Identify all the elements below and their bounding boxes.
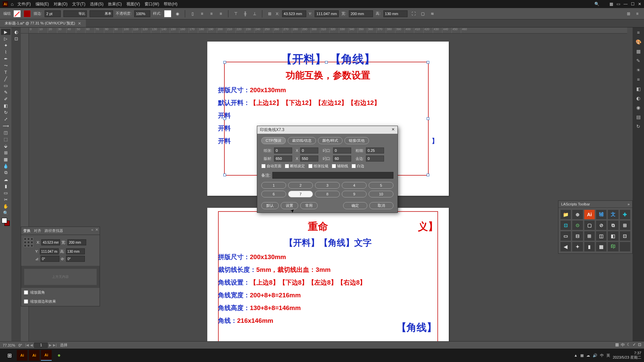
search-icon[interactable]: 🔍 <box>594 2 599 6</box>
align-icon-3[interactable]: ≡ <box>208 10 215 17</box>
default-button[interactable]: 默认 <box>261 202 279 209</box>
menu-file[interactable]: 文件(F) <box>17 1 31 7</box>
status-icon[interactable]: 中 <box>621 342 625 348</box>
brush-tool[interactable]: ✎ <box>1 89 10 95</box>
rotate-tool[interactable]: ↻ <box>1 109 10 115</box>
selection-tool[interactable]: ▶ <box>1 29 10 35</box>
line-tool[interactable]: ╱ <box>1 76 10 82</box>
first-page-button[interactable]: |◀ <box>25 343 29 347</box>
lascript-btn-12[interactable]: ▭ <box>560 231 571 241</box>
menu-view[interactable]: 视图(V) <box>126 1 140 7</box>
remark-input[interactable] <box>272 172 393 179</box>
lascript-btn-16[interactable]: ◧ <box>608 231 618 241</box>
lascript-btn-4[interactable]: 文 <box>608 210 618 219</box>
close-button[interactable]: ✕ <box>638 2 641 6</box>
tp-shear-input[interactable] <box>66 256 85 262</box>
tab-pathfinder[interactable]: 路径查找器 <box>45 228 63 233</box>
plate-w-input[interactable] <box>274 156 292 162</box>
zoom-tool[interactable]: 🔍 <box>1 210 10 216</box>
status-icon[interactable]: ⊡ <box>638 342 641 348</box>
paper-guide-checkbox[interactable] <box>308 164 313 168</box>
status-icon[interactable]: ✓ <box>633 342 636 348</box>
constrain-icon[interactable]: ⛶ <box>410 10 417 17</box>
trim-input[interactable] <box>366 156 384 162</box>
stroke-profile-dropdown[interactable]: 等比 <box>63 10 87 17</box>
status-icon[interactable]: ▦ <box>615 342 619 348</box>
home-icon[interactable]: ⌂ <box>11 1 13 7</box>
ruler-origin[interactable] <box>21 27 29 34</box>
doc-tab[interactable]: 未标题-1.ai* @ 77.31 % (CMYK/CPU 预览) ✕ <box>0 19 86 27</box>
lascript-btn-17[interactable]: ⊡ <box>620 231 630 241</box>
scale-corners-checkbox[interactable] <box>24 290 28 295</box>
prepress-dialog[interactable]: 印前角线X7.3 ✕ CTP/预设 裁切线/信息 颜色/样式 链接/其他 纸张:… <box>257 126 398 213</box>
menu-effect[interactable]: 效果(C) <box>108 1 122 7</box>
isolate-icon[interactable]: ≋ <box>429 10 436 17</box>
lascript-btn-6[interactable]: ⊡ <box>560 221 571 230</box>
gripper-input-2[interactable] <box>333 156 351 162</box>
paper-w-input[interactable] <box>274 147 292 154</box>
tp-y-input[interactable] <box>40 248 59 254</box>
aux-tool-2[interactable]: ⊡ <box>11 36 21 42</box>
align-icon-2[interactable]: ≡ <box>199 10 205 17</box>
auto-page-checkbox[interactable] <box>261 164 266 168</box>
tp-h-input[interactable] <box>66 248 85 254</box>
lascript-btn-10[interactable]: ⧉ <box>608 221 618 230</box>
maximize-button[interactable]: ☐ <box>631 2 635 6</box>
horizontal-ruler[interactable]: 0102030405060708090100110120130140150160… <box>29 27 627 34</box>
brushes-panel-icon[interactable]: ✎ <box>635 57 642 64</box>
angle-display[interactable]: 0° <box>18 343 22 347</box>
lascript-btn-13[interactable]: ⊟ <box>572 231 583 241</box>
lascript-btn-19[interactable]: ✦ <box>572 242 583 251</box>
lascript-btn-0[interactable]: 📁 <box>560 210 571 219</box>
appearance-panel-icon[interactable]: ◉ <box>635 104 642 111</box>
menu-help[interactable]: 帮助(H) <box>164 1 177 7</box>
color-panel-icon[interactable]: 🎨 <box>635 38 642 46</box>
ok-button[interactable]: 确定 <box>343 202 367 209</box>
lascript-btn-5[interactable]: ✚ <box>620 210 630 219</box>
slice-tool[interactable]: ✂ <box>1 196 10 202</box>
lascript-btn-22[interactable]: 印 <box>608 242 618 251</box>
common-button[interactable]: 常用 <box>300 202 318 209</box>
gripper-input[interactable] <box>333 147 351 154</box>
panel-collapse-icon[interactable]: « <box>91 228 93 232</box>
shape-builder-tool[interactable]: ⬚ <box>1 136 10 142</box>
panel-close-icon[interactable]: ✕ <box>95 228 98 232</box>
preset-4[interactable]: 4 <box>342 182 367 189</box>
refresh-icon[interactable]: ↻ <box>635 123 642 130</box>
tp-x-input[interactable] <box>41 239 60 245</box>
zoom-display[interactable]: 77.31% <box>3 343 15 347</box>
prev-page-button[interactable]: ◀ <box>30 343 33 347</box>
shape-icon[interactable]: ▢ <box>420 10 426 17</box>
lascript-btn-7[interactable]: ⊙ <box>572 221 583 230</box>
reference-point[interactable] <box>24 238 33 247</box>
tray-icon[interactable]: 中 <box>600 353 604 358</box>
menu-window[interactable]: 窗口(W) <box>145 1 159 7</box>
preset-6[interactable]: 6 <box>261 191 286 197</box>
stroke-width-input[interactable] <box>45 10 61 17</box>
y-input[interactable] <box>315 10 339 17</box>
properties-panel-icon[interactable]: ≡ <box>635 29 642 36</box>
align-v-1[interactable]: ⊤ <box>232 10 239 17</box>
dialog-titlebar[interactable]: 印前角线X7.3 ✕ <box>257 126 397 134</box>
tab-align[interactable]: 对齐 <box>34 228 41 233</box>
layers-panel-icon[interactable]: ▤ <box>635 113 642 121</box>
blend-tool[interactable]: ⧉ <box>1 170 10 176</box>
workspace-icon[interactable]: ▭ <box>616 2 620 6</box>
lascript-btn-3[interactable]: 辅 <box>596 210 606 219</box>
scale-tool[interactable]: ⤢ <box>1 116 10 122</box>
dialog-close-icon[interactable]: ✕ <box>391 127 395 133</box>
preset-10[interactable]: 10 <box>369 191 393 197</box>
white-edge-checkbox[interactable] <box>352 164 356 168</box>
swatches-panel-icon[interactable]: ▦ <box>635 48 642 55</box>
preset-8[interactable]: 8 <box>315 191 340 197</box>
lascript-btn-8[interactable]: ▢ <box>584 221 595 230</box>
start-button[interactable]: ⊞ <box>3 349 16 362</box>
eraser-tool[interactable]: ◧ <box>1 103 10 109</box>
perspective-tool[interactable]: ⬙ <box>1 143 10 149</box>
shaper-tool[interactable]: ✐ <box>1 96 10 102</box>
menu-edit[interactable]: 编辑(E) <box>36 1 49 7</box>
lascript-btn-1[interactable]: ⊕ <box>572 210 583 219</box>
taskbar-ai-1[interactable]: Ai <box>17 350 28 361</box>
plate-h-input[interactable] <box>300 156 318 162</box>
tray-icon[interactable]: ☁ <box>586 353 590 358</box>
